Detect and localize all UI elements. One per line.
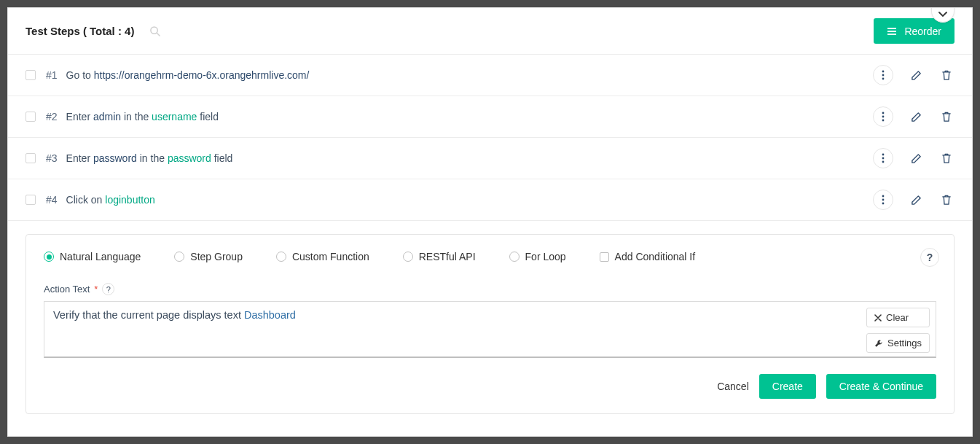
clear-button[interactable]: Clear	[866, 308, 930, 327]
radio-restful-api[interactable]: RESTful API	[403, 251, 476, 262]
step-row: #2Enter admin in the username field	[8, 96, 972, 138]
test-steps-panel: Test Steps ( Total : 4) Reorder #1Go to …	[7, 7, 973, 437]
svg-point-15	[882, 199, 885, 201]
panel-title: Test Steps ( Total : 4)	[26, 25, 134, 37]
svg-point-16	[882, 203, 885, 205]
svg-point-7	[882, 78, 885, 80]
svg-point-11	[882, 154, 885, 156]
step-edit-button[interactable]	[908, 192, 924, 208]
editor-help-button[interactable]: ?	[920, 248, 939, 267]
radio-for-loop[interactable]: For Loop	[509, 251, 566, 262]
trash-icon	[941, 112, 952, 122]
step-more-button[interactable]	[873, 65, 893, 85]
action-text-highlight: Dashboard	[244, 309, 296, 321]
step-more-button[interactable]	[873, 190, 893, 210]
svg-line-1	[157, 33, 160, 36]
svg-point-13	[882, 161, 885, 163]
step-row: #1Go to https://orangehrm-demo-6x.orange…	[8, 55, 972, 96]
checkbox-icon	[600, 252, 609, 262]
pencil-icon	[911, 195, 922, 206]
step-number: #2	[46, 111, 58, 122]
step-edit-button[interactable]	[908, 109, 924, 125]
step-row: #3Enter password in the password field	[8, 138, 972, 179]
trash-icon	[941, 195, 952, 206]
step-delete-button[interactable]	[938, 150, 954, 166]
step-checkbox[interactable]	[26, 112, 36, 122]
radio-icon	[403, 252, 413, 262]
radio-step-group[interactable]: Step Group	[174, 251, 243, 262]
svg-point-8	[882, 112, 885, 114]
create-continue-button[interactable]: Create & Continue	[826, 374, 936, 399]
more-vert-icon	[882, 70, 885, 80]
editor-footer: Cancel Create Create & Continue	[44, 374, 936, 399]
pencil-icon	[911, 70, 922, 81]
step-text: Go to https://orangehrm-demo-6x.orangehr…	[66, 69, 310, 81]
panel-header: Test Steps ( Total : 4) Reorder	[8, 8, 972, 55]
more-vert-icon	[882, 195, 885, 205]
radio-icon	[174, 252, 184, 262]
wrench-icon	[874, 339, 883, 348]
radio-icon	[44, 252, 54, 262]
step-more-button[interactable]	[873, 106, 893, 127]
step-text: Enter password in the password field	[66, 152, 233, 164]
step-number: #1	[46, 69, 58, 81]
radio-natural-language[interactable]: Natural Language	[44, 251, 141, 262]
step-edit-button[interactable]	[908, 67, 924, 83]
more-vert-icon	[882, 112, 885, 122]
step-delete-button[interactable]	[938, 67, 954, 83]
settings-button[interactable]: Settings	[866, 333, 930, 353]
trash-icon	[941, 70, 952, 81]
required-indicator: *	[94, 284, 98, 295]
pencil-icon	[911, 112, 922, 122]
radio-icon	[509, 252, 520, 262]
create-button[interactable]: Create	[759, 374, 816, 399]
svg-point-12	[882, 157, 885, 160]
step-row: #4Click on loginbutton	[8, 179, 972, 221]
svg-point-14	[882, 195, 885, 198]
reorder-icon	[887, 27, 897, 36]
action-text-input[interactable]: Verify that the current page displays te…	[44, 301, 936, 358]
svg-point-5	[882, 71, 885, 73]
step-editor-card: ? Natural Language Step Group Custom Fun…	[26, 234, 954, 414]
step-number: #3	[46, 152, 58, 164]
step-checkbox[interactable]	[26, 153, 36, 163]
pencil-icon	[911, 153, 922, 164]
trash-icon	[941, 153, 952, 164]
chevron-down-icon	[938, 12, 947, 17]
step-checkbox[interactable]	[26, 70, 36, 80]
step-number: #4	[46, 194, 58, 206]
step-delete-button[interactable]	[938, 109, 954, 125]
svg-point-6	[882, 74, 885, 77]
step-type-selector: Natural Language Step Group Custom Funct…	[44, 251, 936, 262]
checkbox-conditional-if[interactable]: Add Conditional If	[600, 251, 696, 262]
step-editor-section: ? Natural Language Step Group Custom Fun…	[8, 221, 972, 427]
more-vert-icon	[882, 153, 885, 163]
step-more-button[interactable]	[873, 148, 893, 168]
step-delete-button[interactable]	[938, 192, 954, 208]
radio-icon	[276, 252, 286, 262]
action-text-label: Action Text * ?	[44, 283, 936, 295]
step-text: Enter admin in the username field	[66, 111, 219, 122]
radio-custom-function[interactable]: Custom Function	[276, 251, 369, 262]
svg-point-10	[882, 120, 885, 122]
step-checkbox[interactable]	[26, 195, 36, 205]
svg-point-9	[882, 116, 885, 118]
step-edit-button[interactable]	[908, 150, 924, 166]
step-text: Click on loginbutton	[66, 194, 155, 206]
search-button[interactable]	[144, 21, 165, 42]
close-icon	[874, 314, 882, 322]
cancel-button[interactable]: Cancel	[717, 381, 749, 392]
search-icon	[149, 26, 160, 36]
action-text-help[interactable]: ?	[102, 283, 114, 295]
